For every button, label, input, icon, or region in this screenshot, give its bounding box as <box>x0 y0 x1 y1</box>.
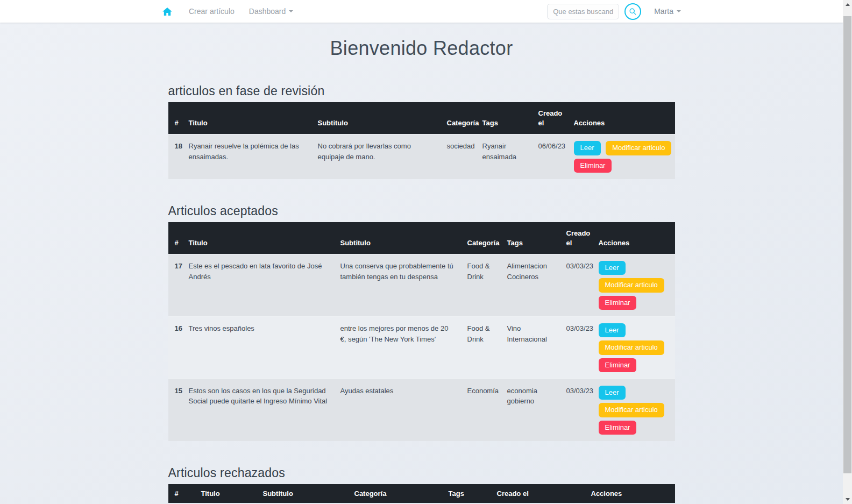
cell-subtitulo: No cobrará por llevarlas como equipaje d… <box>311 134 441 179</box>
home-button[interactable] <box>162 6 173 17</box>
section-heading-rechazados: Articulos rechazados <box>168 466 675 480</box>
cell-titulo: Ryanair resuelve la polémica de las ensa… <box>182 134 311 179</box>
cell-categoria: Food & Drink <box>461 317 501 379</box>
table-articulos-revision: # Titulo Subtitulo Categoría Tags Creado… <box>168 102 675 179</box>
page: Crear artículo Dashboard Marta <box>0 0 843 504</box>
table-row: 16 Tres vinos españoles entre los mejore… <box>168 317 675 379</box>
scrollbar-thumb[interactable] <box>843 16 851 473</box>
col-header-acciones: Acciones <box>592 222 675 254</box>
cell-categoria: Economía <box>461 379 501 441</box>
nav-link-dashboard-label: Dashboard <box>249 7 286 16</box>
cell-num: 15 <box>168 379 182 441</box>
col-header-creado-el: Creado el <box>560 222 592 254</box>
leer-button[interactable]: Leer <box>599 386 626 400</box>
col-header-subtitulo: Subtitulo <box>311 102 441 134</box>
cell-tags: Ryanair ensaimada <box>476 134 532 179</box>
table-header-row: # Titulo Subtitulo Categoría Tags Creado… <box>168 102 675 134</box>
col-header-tags: Tags <box>442 484 491 503</box>
table-articulos-aceptados: # Titulo Subtitulo Categoría Tags Creado… <box>168 222 675 441</box>
user-menu-label: Marta <box>654 7 673 16</box>
col-header-titulo: Titulo <box>195 484 257 503</box>
cell-categoria: Food & Drink <box>461 254 501 317</box>
page-title: Bienvenido Redactor <box>168 37 675 59</box>
cell-acciones: Leer Modificar articulo Eliminar <box>592 379 675 441</box>
col-header-num: # <box>168 222 182 254</box>
navbar: Crear artículo Dashboard Marta <box>0 0 843 23</box>
col-header-categoria: Categoría <box>441 102 476 134</box>
col-header-creado-el: Creado el <box>491 484 585 503</box>
cell-acciones: Leer Modificar articulo Eliminar <box>567 134 675 179</box>
cell-num: 17 <box>168 254 182 317</box>
cell-num: 18 <box>168 134 182 179</box>
cell-creado-el: 03/03/23 <box>560 379 592 441</box>
search-input[interactable] <box>547 4 619 19</box>
modificar-articulo-button[interactable]: Modificar articulo <box>599 278 664 292</box>
modificar-articulo-button[interactable]: Modificar articulo <box>599 340 664 354</box>
cell-creado-el: 03/03/23 <box>560 254 592 317</box>
table-articulos-rechazados: # Titulo Subtitulo Categoría Tags Creado… <box>168 484 675 503</box>
eliminar-button[interactable]: Eliminar <box>574 159 612 173</box>
cell-tags: Alimentacion Cocineros <box>501 254 560 317</box>
cell-titulo: Este es el pescado en lata favorito de J… <box>182 254 334 317</box>
table-row: 17 Este es el pescado en lata favorito d… <box>168 254 675 317</box>
cell-subtitulo: Ayudas estatales <box>334 379 461 441</box>
nav-link-dashboard[interactable]: Dashboard <box>249 7 294 16</box>
cell-subtitulo: Una conserva que probablemente tú tambié… <box>334 254 461 317</box>
section-heading-revision: articulos en fase de revisión <box>168 84 675 98</box>
table-header-row: # Titulo Subtitulo Categoría Tags Creado… <box>168 222 675 254</box>
eliminar-button[interactable]: Eliminar <box>599 296 637 310</box>
chevron-down-icon <box>289 10 293 12</box>
col-header-creado-el: Creado el <box>532 102 567 134</box>
scrollbar-up-button[interactable] <box>843 0 852 9</box>
cell-tags: economia gobierno <box>501 379 560 441</box>
cell-titulo: Tres vinos españoles <box>182 317 334 379</box>
table-header-row: # Titulo Subtitulo Categoría Tags Creado… <box>168 484 675 503</box>
cell-categoria: sociedad <box>441 134 476 179</box>
col-header-acciones: Acciones <box>567 102 675 134</box>
eliminar-button[interactable]: Eliminar <box>599 421 637 435</box>
main-content: Bienvenido Redactor articulos en fase de… <box>168 37 675 503</box>
eliminar-button[interactable]: Eliminar <box>599 358 637 372</box>
cell-creado-el: 06/06/23 <box>532 134 567 179</box>
col-header-tags: Tags <box>501 222 560 254</box>
modificar-articulo-button[interactable]: Modificar articulo <box>599 403 664 417</box>
user-menu[interactable]: Marta <box>654 7 681 16</box>
cell-acciones: Leer Modificar articulo Eliminar <box>592 317 675 379</box>
col-header-subtitulo: Subtitulo <box>257 484 348 503</box>
col-header-num: # <box>168 484 195 503</box>
cell-titulo: Estos son los casos en los que la Seguri… <box>182 379 334 441</box>
col-header-acciones: Acciones <box>585 484 675 503</box>
col-header-num: # <box>168 102 182 134</box>
scrollbar-down-button[interactable] <box>843 495 852 504</box>
col-header-titulo: Titulo <box>182 102 311 134</box>
col-header-tags: Tags <box>476 102 532 134</box>
col-header-categoria: Categoría <box>348 484 442 503</box>
table-row: 15 Estos son los casos en los que la Seg… <box>168 379 675 441</box>
cell-subtitulo: entre los mejores por menos de 20 €, seg… <box>334 317 461 379</box>
search-icon <box>629 8 637 16</box>
leer-button[interactable]: Leer <box>599 261 626 275</box>
cell-tags: Vino Internacional <box>501 317 560 379</box>
col-header-subtitulo: Subtitulo <box>334 222 461 254</box>
search-button[interactable] <box>624 3 641 20</box>
home-icon <box>162 6 173 17</box>
cell-creado-el: 03/03/23 <box>560 317 592 379</box>
arrow-up-icon <box>846 3 850 6</box>
arrow-down-icon <box>846 498 850 501</box>
cell-acciones: Leer Modificar articulo Eliminar <box>592 254 675 317</box>
leer-button[interactable]: Leer <box>599 323 626 337</box>
leer-button[interactable]: Leer <box>574 141 601 155</box>
table-row: 18 Ryanair resuelve la polémica de las e… <box>168 134 675 179</box>
col-header-categoria: Categoría <box>461 222 501 254</box>
col-header-titulo: Titulo <box>182 222 334 254</box>
vertical-scrollbar <box>843 0 852 504</box>
cell-num: 16 <box>168 317 182 379</box>
modificar-articulo-button[interactable]: Modificar articulo <box>606 141 671 155</box>
nav-link-crear-articulo[interactable]: Crear artículo <box>189 7 235 16</box>
chevron-down-icon <box>677 10 681 12</box>
section-heading-aceptados: Articulos aceptados <box>168 204 675 218</box>
